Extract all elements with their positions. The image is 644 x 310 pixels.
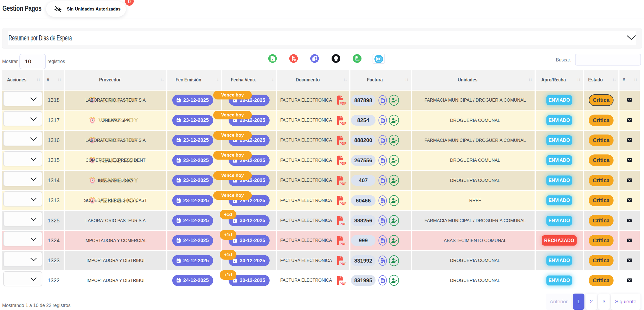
svg-text:PDF: PDF — [339, 102, 346, 105]
svg-text:PDF: PDF — [339, 282, 346, 286]
svg-text:PDF: PDF — [339, 122, 346, 126]
svg-text:PDF: PDF — [339, 142, 346, 146]
svg-text:CSV: CSV — [356, 59, 360, 61]
svg-text:PDF: PDF — [339, 262, 346, 266]
svg-text:PDF: PDF — [293, 59, 296, 61]
svg-text:PDF: PDF — [339, 202, 346, 206]
svg-text:PDF: PDF — [339, 162, 346, 166]
svg-text:PDF: PDF — [339, 242, 346, 246]
svg-text:PDF: PDF — [339, 182, 346, 186]
svg-text:x: x — [271, 58, 273, 61]
svg-text:PDF: PDF — [339, 222, 346, 226]
